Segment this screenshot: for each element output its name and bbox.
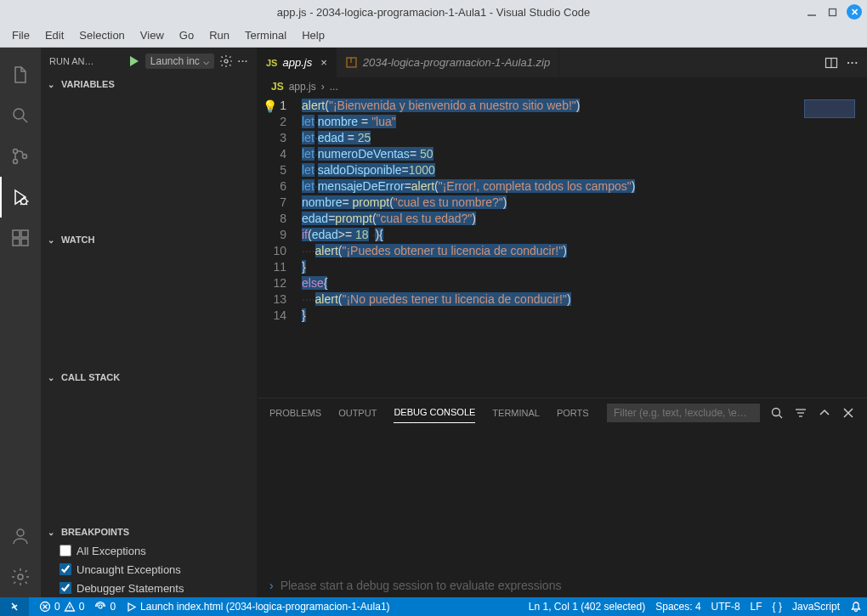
close-panel-icon[interactable] [842,406,855,420]
watch-label: WATCH [61,235,95,245]
menu-help[interactable]: Help [295,27,332,43]
breakpoint-checkbox[interactable] [60,582,71,594]
tab-label: app.js [282,56,312,69]
tab-close-icon[interactable]: × [320,56,327,69]
breakpoints-body: All ExceptionsUncaught ExceptionsDebugge… [41,541,257,597]
settings-gear-icon[interactable] [0,557,41,597]
svg-point-14 [224,59,228,63]
editor-tab[interactable]: 2034-logica-programacion-1-Aula1.zip [337,48,559,77]
panel-body: › Please start a debug session to evalua… [258,427,867,597]
explorer-icon[interactable] [0,54,41,95]
more-actions-icon[interactable]: ··· [238,56,248,66]
svg-rect-8 [13,230,20,237]
extensions-icon[interactable] [0,218,41,258]
window-title: app.js - 2034-logica-programacion-1-Aula… [277,6,590,19]
more-tab-actions-icon[interactable]: ··· [847,56,858,69]
breadcrumb-sep: › [321,81,325,93]
launch-config-label: Launch inc [150,55,200,67]
callstack-section-header[interactable]: ⌄CALL STACK [41,368,257,387]
status-launch[interactable]: Launch index.html (2034-logica-programac… [121,597,395,616]
filter-icon[interactable] [794,406,808,420]
status-selection[interactable]: Ln 1, Col 1 (402 selected) [524,601,650,613]
status-ports[interactable]: 0 [89,597,121,616]
svg-point-12 [17,529,24,536]
breadcrumb-file: app.js [289,81,316,93]
minimap[interactable] [804,99,855,118]
maximize-icon[interactable] [826,6,838,18]
filter-input[interactable] [607,404,760,422]
breadcrumb-rest: ... [330,81,338,93]
watch-body [41,249,257,368]
account-icon[interactable] [0,516,41,557]
callstack-body [41,387,257,523]
chevron-up-icon[interactable] [818,406,831,420]
status-language[interactable]: JavaScript [787,601,845,613]
status-spaces[interactable]: Spaces: 4 [650,601,706,613]
code-editor[interactable]: 💡 1234567891011121314 alert("¡Bienvenida… [258,96,867,398]
editor-tab[interactable]: JSapp.js× [258,48,337,77]
search-icon[interactable] [0,95,41,136]
status-lang-braces: { } [768,601,787,613]
panel-tab-terminal[interactable]: TERMINAL [492,403,540,423]
panel-tab-output[interactable]: OUTPUT [338,403,377,423]
panel-tab-ports[interactable]: PORTS [557,403,589,423]
start-debug-icon[interactable] [127,54,140,68]
menu-file[interactable]: File [5,27,37,43]
prompt-chevron-icon: › [269,579,274,592]
svg-rect-10 [21,239,28,246]
variables-section-header[interactable]: ⌄VARIABLES [41,75,257,93]
tab-actions: ··· [816,48,867,77]
menu-terminal[interactable]: Terminal [238,27,293,43]
menu-run[interactable]: Run [202,27,236,43]
close-icon[interactable]: ✕ [847,4,862,20]
breakpoints-section-header[interactable]: ⌄BREAKPOINTS [41,523,257,541]
activity-bar [0,48,41,597]
breakpoint-label: Debugger Statements [76,582,184,595]
split-editor-icon[interactable] [824,56,838,70]
menubar: FileEditSelectionViewGoRunTerminalHelp [0,24,867,48]
variables-body [41,93,257,230]
debug-console-input[interactable]: › Please start a debug session to evalua… [269,579,855,592]
svg-rect-1 [829,8,836,15]
breakpoint-checkbox[interactable] [60,545,71,557]
status-encoding[interactable]: UTF-8 [706,601,745,613]
launch-config-select[interactable]: Launch inc⌵ [145,54,214,69]
menu-view[interactable]: View [133,27,171,43]
panel-tab-debug-console[interactable]: DEBUG CONSOLE [394,402,475,423]
menu-go[interactable]: Go [173,27,201,43]
lightbulb-icon[interactable]: 💡 [263,99,277,113]
svg-rect-11 [21,230,28,237]
notifications-icon[interactable] [845,601,867,613]
debug-settings-icon[interactable] [219,54,233,68]
svg-point-5 [14,160,18,164]
minimize-icon[interactable] [806,6,818,18]
remote-icon[interactable] [0,597,29,616]
breakpoint-item[interactable]: All Exceptions [60,541,257,560]
panel-tab-problems[interactable]: PROBLEMS [269,403,321,423]
breakpoint-item[interactable]: Uncaught Exceptions [60,560,257,579]
svg-point-4 [14,150,18,154]
breakpoint-checkbox[interactable] [60,563,71,575]
main: RUN AN… Launch inc⌵ ··· ⌄VARIABLES ⌄WATC… [0,48,867,597]
sidebar: RUN AN… Launch inc⌵ ··· ⌄VARIABLES ⌄WATC… [41,48,258,597]
zip-file-icon [345,56,358,69]
run-debug-icon[interactable] [0,177,41,218]
status-eol[interactable]: LF [745,601,768,613]
breadcrumb[interactable]: JS app.js › ... [258,77,867,96]
source-control-icon[interactable] [0,136,41,177]
code-content[interactable]: alert("¡Bienvenida y bienvenido a nuestr… [302,96,867,398]
bottom-panel: PROBLEMSOUTPUTDEBUG CONSOLETERMINALPORTS… [258,398,867,597]
callstack-label: CALL STACK [61,372,120,382]
editor-scrollbar[interactable] [855,96,867,398]
status-errors[interactable]: 00 [34,597,89,616]
panel-actions [607,404,855,422]
menu-edit[interactable]: Edit [38,27,71,43]
breakpoint-item[interactable]: Debugger Statements [60,579,257,597]
svg-point-7 [21,199,27,205]
menu-selection[interactable]: Selection [72,27,131,43]
search-icon[interactable] [770,406,784,420]
sidebar-title: RUN AN… [49,56,122,66]
editor-tabs: JSapp.js×2034-logica-programacion-1-Aula… [258,48,867,77]
watch-section-header[interactable]: ⌄WATCH [41,230,257,249]
svg-point-13 [18,574,23,579]
